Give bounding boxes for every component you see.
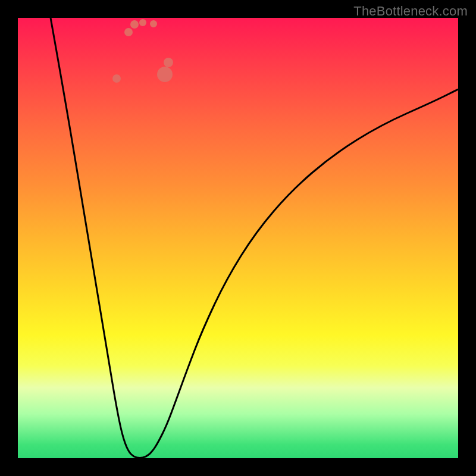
bottleneck-curve (51, 18, 458, 458)
plot-area (18, 18, 458, 458)
marker-left-high (112, 74, 121, 83)
marker-left-low-1 (124, 28, 133, 36)
watermark-text: TheBottleneck.com (353, 4, 468, 19)
marker-right-tail (164, 58, 173, 67)
marker-right-blob (157, 67, 173, 82)
outer-frame: TheBottleneck.com (0, 0, 476, 476)
marker-left-low-2 (130, 20, 139, 29)
marker-bottom-1 (139, 19, 146, 26)
chart-svg (18, 18, 458, 458)
marker-bottom-2 (150, 20, 157, 27)
markers-group (112, 19, 173, 83)
